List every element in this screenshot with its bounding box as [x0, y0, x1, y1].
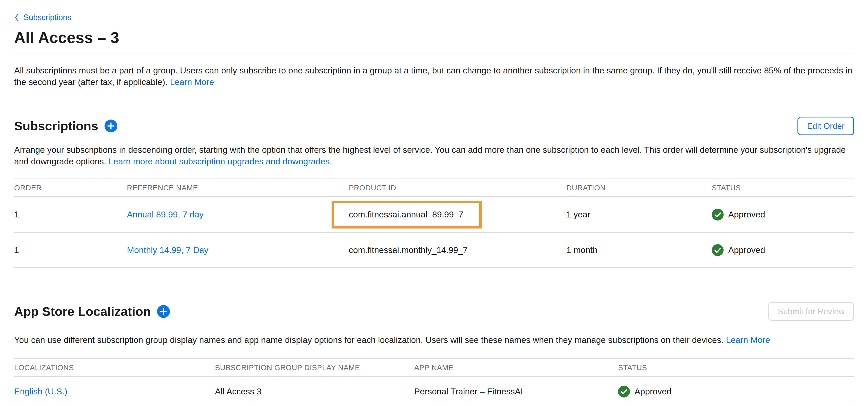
localization-link[interactable]: English (U.S.) — [14, 387, 67, 396]
subscriptions-section-header: Subscriptions Edit Order — [14, 117, 854, 135]
breadcrumb-label[interactable]: Subscriptions — [24, 13, 71, 22]
status-label: Approved — [728, 245, 765, 255]
breadcrumb[interactable]: Subscriptions — [14, 13, 71, 22]
column-header-product-id: PRODUCT ID — [349, 184, 566, 192]
subscriptions-learn-more-link[interactable]: Learn more about subscription upgrades a… — [108, 156, 332, 166]
localization-section-title: App Store Localization — [14, 304, 151, 319]
subscription-row: 1 Monthly 14.99, 7 Day com.fitnessai.mon… — [14, 233, 854, 268]
intro-text: All subscriptions must be a part of a gr… — [14, 65, 854, 88]
localization-learn-more-link[interactable]: Learn More — [726, 335, 770, 345]
status-cell: Approved — [712, 209, 854, 221]
chevron-left-icon — [14, 13, 19, 22]
localization-table-body: English (U.S.) All Access 3 Personal Tra… — [14, 377, 854, 406]
loc-status-label: Approved — [634, 387, 671, 397]
product-id-value: com.fitnessai.monthly_14.99_7 — [349, 245, 468, 255]
subscriptions-table-body: 1 Annual 89.99, 7 day com.fitnessai.annu… — [14, 197, 854, 268]
column-header-loc-status: STATUS — [618, 364, 854, 372]
order-cell: 1 — [14, 210, 127, 220]
subscription-row: 1 Annual 89.99, 7 day com.fitnessai.annu… — [14, 197, 854, 233]
duration-cell: 1 month — [566, 245, 712, 255]
column-header-localizations: LOCALIZATIONS — [14, 364, 215, 372]
column-header-group-display-name: SUBSCRIPTION GROUP DISPLAY NAME — [215, 364, 414, 372]
app-name-cell: Personal Trainer – FitnessAI — [414, 387, 618, 397]
localization-description-body: You can use different subscription group… — [14, 335, 723, 345]
localization-cell: English (U.S.) — [14, 387, 215, 397]
subscriptions-title-wrap: Subscriptions — [14, 118, 117, 134]
add-localization-button[interactable] — [157, 305, 170, 318]
reference-name-cell: Annual 89.99, 7 day — [127, 210, 349, 220]
check-circle-icon — [712, 209, 723, 221]
localization-table-header-row: LOCALIZATIONS SUBSCRIPTION GROUP DISPLAY… — [14, 358, 854, 377]
subscriptions-table-header-row: ORDER REFERENCE NAME PRODUCT ID DURATION… — [14, 178, 854, 197]
product-id-cell: com.fitnessai.monthly_14.99_7 — [349, 245, 566, 255]
duration-cell: 1 year — [566, 210, 712, 220]
subscriptions-table: ORDER REFERENCE NAME PRODUCT ID DURATION… — [14, 178, 854, 268]
title-divider — [14, 54, 854, 54]
column-header-duration: DURATION — [566, 184, 712, 192]
page-content: Subscriptions All Access – 3 All subscri… — [0, 0, 868, 406]
reference-name-cell: Monthly 14.99, 7 Day — [127, 245, 349, 255]
intro-learn-more-link[interactable]: Learn More — [170, 77, 214, 87]
status-label: Approved — [728, 210, 765, 220]
check-circle-icon — [712, 244, 723, 256]
intro-body: All subscriptions must be a part of a gr… — [14, 66, 852, 87]
localization-title-wrap: App Store Localization — [14, 304, 170, 319]
product-id-value: com.fitnessai.annual_89.99_7 — [332, 201, 482, 229]
page-title: All Access – 3 — [14, 28, 854, 47]
loc-status-cell: Approved — [618, 386, 854, 398]
localization-section-header: App Store Localization Submit for Review — [14, 302, 854, 321]
column-header-status: STATUS — [712, 184, 854, 192]
group-display-name-cell: All Access 3 — [215, 387, 414, 397]
subscriptions-section-title: Subscriptions — [14, 118, 98, 134]
reference-name-link[interactable]: Annual 89.99, 7 day — [127, 210, 204, 219]
edit-order-button[interactable]: Edit Order — [798, 117, 854, 135]
subscriptions-description: Arrange your subscriptions in descending… — [14, 144, 854, 167]
localization-row: English (U.S.) All Access 3 Personal Tra… — [14, 377, 854, 406]
add-subscription-button[interactable] — [104, 119, 117, 133]
status-cell: Approved — [712, 244, 854, 256]
product-id-cell: com.fitnessai.annual_89.99_7 — [349, 201, 566, 229]
column-header-reference-name: REFERENCE NAME — [127, 184, 349, 192]
column-header-order: ORDER — [14, 184, 127, 192]
localization-table: LOCALIZATIONS SUBSCRIPTION GROUP DISPLAY… — [14, 358, 854, 406]
check-circle-icon — [618, 386, 630, 398]
reference-name-link[interactable]: Monthly 14.99, 7 Day — [127, 245, 209, 255]
order-cell: 1 — [14, 245, 127, 255]
submit-for-review-button[interactable]: Submit for Review — [768, 302, 854, 321]
column-header-app-name: APP NAME — [414, 364, 618, 372]
localization-description: You can use different subscription group… — [14, 334, 854, 346]
